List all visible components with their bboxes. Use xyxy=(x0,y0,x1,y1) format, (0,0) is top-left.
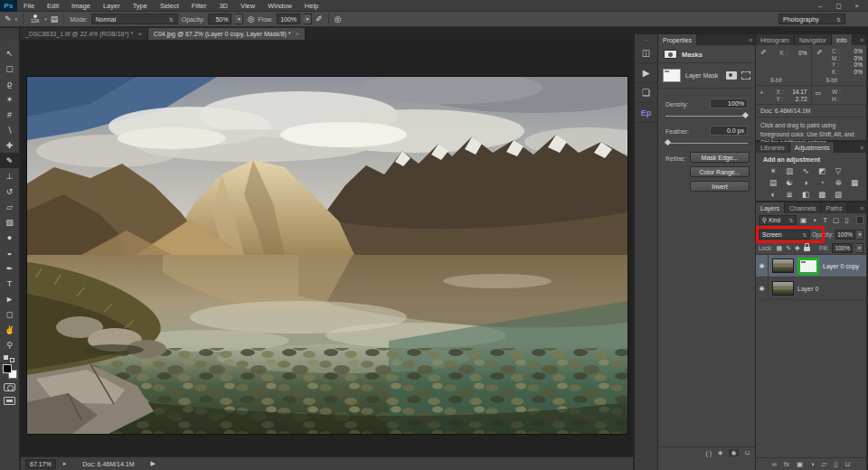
selective-color-icon[interactable]: ▨ xyxy=(832,189,844,199)
menu-filter[interactable]: Filter xyxy=(185,2,213,10)
layer-thumbnail[interactable] xyxy=(772,258,794,273)
feather-slider[interactable] xyxy=(665,143,748,144)
tab-paths[interactable]: Paths xyxy=(822,202,848,213)
toggle-brush-panel-icon[interactable]: ▤ xyxy=(51,15,59,24)
tab-histogram[interactable]: Histogram xyxy=(756,34,795,45)
vibrance-icon[interactable]: ▽ xyxy=(832,165,844,175)
layer-row[interactable]: ◉Layer 0 xyxy=(756,277,866,300)
tab-info[interactable]: Info xyxy=(832,34,853,45)
new-layer-icon[interactable]: ▯ xyxy=(834,460,837,468)
brightness-contrast-icon[interactable]: ☀ xyxy=(767,165,779,175)
menu-help[interactable]: Help xyxy=(298,2,325,10)
pen-tool[interactable]: ✒ xyxy=(0,260,20,276)
levels-icon[interactable]: ▥ xyxy=(783,165,796,175)
tab-adjustments[interactable]: Adjustments xyxy=(790,142,835,153)
collapsed-panel-icon-clone-source[interactable]: ◫ xyxy=(635,43,657,63)
blur-tool[interactable]: ● xyxy=(0,230,20,245)
hue-saturation-icon[interactable]: ▤ xyxy=(767,177,779,187)
tab-properties[interactable]: Properties xyxy=(658,34,697,45)
lock-transparency-icon[interactable]: ▦ xyxy=(777,245,783,252)
foreground-color-swatch[interactable] xyxy=(3,364,12,373)
tab-channels[interactable]: Channels xyxy=(785,202,822,213)
delete-mask-icon[interactable]: ⊔ xyxy=(745,449,750,456)
gradient-map-icon[interactable]: ▩ xyxy=(816,189,828,199)
marquee-tool[interactable]: ▢ xyxy=(0,61,20,76)
invert-button[interactable]: Invert xyxy=(690,181,750,192)
photo-filter-icon[interactable]: ◔ xyxy=(816,177,828,187)
delete-layer-icon[interactable]: ⊔ xyxy=(844,460,850,468)
brush-tool[interactable]: ✎ xyxy=(0,153,20,168)
document-tab-1[interactable]: _DSC8633_1.tif @ 22.4% (RGB/16*) *× xyxy=(20,28,148,40)
close-tab-icon[interactable]: × xyxy=(296,30,300,38)
menu-select[interactable]: Select xyxy=(154,2,185,10)
mask-visibility-icon[interactable]: ◉ xyxy=(729,449,738,456)
canvas-area[interactable] xyxy=(21,40,633,456)
zoom-level-input[interactable]: 67.17% xyxy=(25,459,56,469)
minimize-button[interactable]: – xyxy=(818,2,822,10)
curves-icon[interactable]: ∿ xyxy=(799,165,812,175)
lock-position-icon[interactable]: ✚ xyxy=(795,245,800,252)
eraser-tool[interactable]: ▱ xyxy=(0,199,20,214)
color-lookup-icon[interactable]: ▦ xyxy=(848,177,861,187)
density-value[interactable]: 100% xyxy=(710,99,748,108)
document-tab-2[interactable]: C04.jpg @ 67.2% (Layer 0 copy, Layer Mas… xyxy=(148,28,306,40)
opacity-input[interactable]: 50% xyxy=(208,14,231,24)
photo-document[interactable] xyxy=(27,77,627,434)
close-tab-icon[interactable]: × xyxy=(137,30,142,38)
zoom-tool[interactable]: ⚲ xyxy=(0,337,20,352)
panel-menu-icon[interactable]: ≡ xyxy=(860,142,866,153)
layer-effects-icon[interactable]: fx xyxy=(784,460,789,468)
mask-thumbnail[interactable] xyxy=(663,69,681,82)
color-swatches[interactable] xyxy=(3,364,17,379)
quick-mask-button[interactable] xyxy=(4,383,15,391)
brush-preset-picker[interactable]: 126 xyxy=(29,14,41,24)
density-slider-thumb[interactable] xyxy=(742,112,749,118)
menu-layer[interactable]: Layer xyxy=(97,2,127,10)
new-group-icon[interactable]: ▱ xyxy=(822,460,827,468)
layer-mask-thumbnail[interactable] xyxy=(800,260,816,272)
filter-toggle[interactable] xyxy=(856,216,863,224)
dodge-tool[interactable]: ◒ xyxy=(0,245,20,260)
color-balance-icon[interactable]: ☯ xyxy=(783,177,796,187)
pressure-size-icon[interactable]: ◎ xyxy=(335,15,342,24)
load-mask-selection-icon[interactable]: ( ) xyxy=(705,450,712,456)
pressure-opacity-icon[interactable]: ◎ xyxy=(247,15,254,24)
new-adjustment-layer-icon[interactable]: ◑ xyxy=(810,460,815,468)
quick-selection-tool[interactable]: ✶ xyxy=(0,91,20,107)
fill-dropdown[interactable]: ▼ xyxy=(856,243,863,253)
menu-edit[interactable]: Edit xyxy=(41,2,65,10)
flow-input[interactable]: 100% xyxy=(277,14,300,24)
select-pixel-mask-icon[interactable] xyxy=(726,71,737,80)
hand-tool[interactable]: ✌ xyxy=(0,322,20,337)
select-vector-mask-icon[interactable] xyxy=(741,71,750,80)
flow-dropdown-button[interactable]: ▼ xyxy=(304,14,312,24)
panel-menu-icon[interactable]: ≡ xyxy=(860,34,866,45)
invert-icon[interactable]: ◐ xyxy=(767,189,779,199)
collapsed-panel-icon-extension[interactable]: Ep xyxy=(635,103,657,123)
visibility-toggle[interactable]: ◉ xyxy=(756,277,769,300)
clone-stamp-tool[interactable]: ⊥ xyxy=(0,168,20,183)
crop-tool[interactable]: # xyxy=(0,107,20,122)
layer-opacity-input[interactable]: 100% xyxy=(835,230,855,240)
workspace-switcher[interactable]: Photography ⇅ xyxy=(778,14,845,24)
black-white-icon[interactable]: ◑ xyxy=(799,177,812,187)
restore-button[interactable]: ◻ xyxy=(835,2,841,10)
tab-layers[interactable]: Layers xyxy=(756,202,785,213)
tab-navigator[interactable]: Navigator xyxy=(795,34,832,45)
layer-thumbnail[interactable] xyxy=(772,281,794,296)
exposure-icon[interactable]: ◩ xyxy=(816,165,828,175)
menu-file[interactable]: File xyxy=(17,2,41,10)
default-colors-icon[interactable] xyxy=(4,355,16,362)
color-range-button[interactable]: Color Range... xyxy=(690,166,750,177)
tab-libraries[interactable]: Libraries xyxy=(756,142,790,153)
close-button[interactable]: × xyxy=(855,2,859,10)
lasso-tool[interactable]: ϱ xyxy=(0,76,20,91)
eyedropper-tool[interactable]: ∖ xyxy=(0,122,20,137)
menu-image[interactable]: Image xyxy=(65,2,97,10)
layer-blend-mode-select[interactable]: Screen ⇅ xyxy=(759,230,810,240)
add-layer-mask-icon[interactable]: ▣ xyxy=(797,460,803,468)
filter-kind-select[interactable]: ⚲ Kind ⇅ xyxy=(759,215,797,225)
feather-value[interactable]: 0.0 px xyxy=(710,126,748,136)
move-tool[interactable]: ↖ xyxy=(0,45,20,61)
gradient-tool[interactable]: ▧ xyxy=(0,214,20,230)
